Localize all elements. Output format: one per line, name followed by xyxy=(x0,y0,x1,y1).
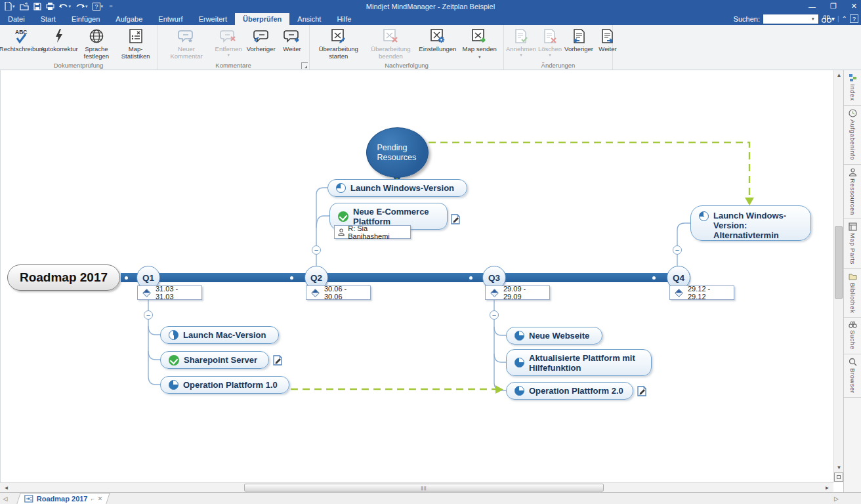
aenderung-weiter-button[interactable]: Weiter xyxy=(593,26,622,63)
map-canvas[interactable]: Roadmap 2017 Q1 Q2 Q3 Q4 31.03 - 31.03 3… xyxy=(0,70,833,482)
document-tab-roadmap-2017[interactable]: Roadmap 2017 ⌐ ✕ xyxy=(16,493,110,504)
arrowhead-right xyxy=(495,385,503,394)
topic-operation-plattform-1-0[interactable]: Operation Plattform 1.0 xyxy=(160,376,289,394)
topic-launch-mac-version[interactable]: Launch Mac-Version xyxy=(160,326,279,344)
chevron-down-icon[interactable]: ▾ xyxy=(831,15,835,22)
redo-icon[interactable]: ▾ xyxy=(74,1,89,12)
tab-start[interactable]: Start xyxy=(33,13,64,25)
vertical-scrollbar[interactable]: ▲ ▼ xyxy=(833,70,843,482)
kommentar-vorheriger-button[interactable]: Vorheriger xyxy=(244,26,278,63)
topic-aktualisierte-plattform[interactable]: Aktualisierte Plattform mit Hilfefunktio… xyxy=(506,349,652,376)
loeschen-button[interactable]: Löschen ▾ xyxy=(536,26,564,63)
button-label: Autokorrektur xyxy=(41,45,78,52)
minimize-button[interactable]: — xyxy=(808,3,816,10)
dialog-launcher-icon[interactable] xyxy=(301,62,308,69)
map-statistiken-button[interactable]: Map-Statistiken xyxy=(117,26,154,63)
autokorrektur-button[interactable]: Autokorrektur xyxy=(43,26,75,63)
root-topic[interactable]: Roadmap 2017 xyxy=(7,264,120,291)
ribbon-help-icon[interactable]: ? xyxy=(850,14,858,23)
vertical-scroll-thumb[interactable] xyxy=(835,226,843,299)
timeline-dot xyxy=(469,276,472,280)
date-label-q1[interactable]: 31.03 - 31.03 xyxy=(137,285,202,300)
close-button[interactable]: ✕ xyxy=(851,2,857,10)
new-document-icon[interactable]: ▾ xyxy=(3,1,16,12)
tab-scroll-left-icon[interactable]: ◁ xyxy=(0,495,10,502)
sidebar-tab-index[interactable]: Index xyxy=(844,70,861,106)
fit-map-button[interactable] xyxy=(834,472,843,482)
topic-launch-windows-alternativtermin[interactable]: Launch Windows-Version: Alternativtermin xyxy=(690,205,811,241)
sidebar-tab-suche[interactable]: Suche xyxy=(844,318,861,354)
horizontal-scroll-thumb[interactable]: ⦀⦀ xyxy=(244,484,604,492)
svg-text:?: ? xyxy=(94,3,98,10)
kommentar-weiter-button[interactable]: Weiter xyxy=(278,26,306,63)
kommentar-entfernen-button[interactable]: Entfernen ▾ xyxy=(213,26,244,63)
tab-ueberpruefen[interactable]: Überprüfen xyxy=(235,13,289,25)
dropdown-caret-icon: ▾ xyxy=(549,52,551,57)
open-icon[interactable] xyxy=(18,1,30,12)
sidebar-tab-browser[interactable]: Browser xyxy=(844,354,861,398)
help-icon[interactable]: ?▾ xyxy=(91,1,105,12)
save-icon[interactable] xyxy=(32,1,43,12)
map-senden-button[interactable]: Map senden ▾ xyxy=(458,26,501,63)
tab-erweitert[interactable]: Erweitert xyxy=(191,13,235,25)
restore-button[interactable]: ❐ xyxy=(830,2,837,10)
ueberarbeitung-starten-button[interactable]: Überarbeitung starten xyxy=(312,26,365,63)
collapse-handle-q2[interactable]: − xyxy=(312,245,321,255)
tab-close-icon[interactable]: ✕ xyxy=(98,495,103,502)
tab-ansicht[interactable]: Ansicht xyxy=(289,13,329,25)
date-label-q3[interactable]: 29.09 - 29.09 xyxy=(485,285,550,300)
topic-operation-plattform-2-0[interactable]: Operation Plattform 2.0 xyxy=(506,382,633,400)
search-combobox[interactable]: ▾ xyxy=(763,14,819,24)
scroll-down-icon[interactable]: ▼ xyxy=(834,463,844,472)
topic-neue-webseite[interactable]: Neue Webseite xyxy=(506,327,602,345)
binoculars-icon[interactable]: ▾ xyxy=(822,15,835,23)
tab-entwurf[interactable]: Entwurf xyxy=(150,13,190,25)
timeline-bar[interactable] xyxy=(121,273,681,282)
annehmen-button[interactable]: Annehmen ▾ xyxy=(507,26,536,63)
progress-75-icon xyxy=(169,380,178,390)
collapse-handle-q4[interactable]: − xyxy=(673,245,682,255)
print-icon[interactable] xyxy=(45,1,56,12)
collapse-handle-q3[interactable]: − xyxy=(490,310,499,320)
tab-options-icon[interactable]: ⌐ xyxy=(91,495,94,502)
tab-einfuegen[interactable]: Einfügen xyxy=(64,13,108,25)
neuer-kommentar-button[interactable]: Neuer Kommentar xyxy=(160,26,213,63)
button-label: Löschen xyxy=(538,45,562,52)
sprache-festlegen-button[interactable]: Sprache festlegen xyxy=(75,26,117,63)
chevron-down-icon[interactable]: ▾ xyxy=(812,16,814,22)
search-input[interactable] xyxy=(763,14,812,24)
resource-text: R: Sia Banihashemi xyxy=(348,224,407,240)
undo-icon[interactable]: ▾ xyxy=(58,1,73,12)
topic-launch-windows[interactable]: Launch Windows-Version xyxy=(327,179,467,197)
rechtschreibung-button[interactable]: ABC Rechtschreibung xyxy=(3,26,43,63)
aenderung-vorheriger-button[interactable]: Vorheriger xyxy=(564,26,593,63)
dropdown-caret-icon: ▾ xyxy=(12,4,15,9)
scroll-right-icon[interactable]: ► xyxy=(822,483,832,493)
tab-hilfe[interactable]: Hilfe xyxy=(329,13,359,25)
callout-pending-resources[interactable]: Pending Resources xyxy=(366,127,429,178)
collapse-handle-q1[interactable]: − xyxy=(144,310,153,320)
date-label-q2[interactable]: 30.06 - 30.06 xyxy=(306,285,371,300)
einstellungen-button[interactable]: Einstellungen xyxy=(417,26,458,63)
topic-sharepoint-server[interactable]: Sharepoint Server xyxy=(160,351,269,369)
library-icon xyxy=(849,272,857,281)
notes-icon[interactable] xyxy=(637,386,647,396)
collapse-ribbon-icon[interactable]: ⌃ xyxy=(842,15,847,22)
tab-aufgabe[interactable]: Aufgabe xyxy=(108,13,150,25)
ueberarbeitung-beenden-button[interactable]: Überarbeitung beenden xyxy=(365,26,417,63)
sidebar-tab-aufgabeninfo[interactable]: Aufgabeninfo xyxy=(844,106,861,165)
date-label-q4[interactable]: 29.12 - 29.12 xyxy=(669,285,734,300)
scroll-left-icon[interactable]: ◄ xyxy=(1,483,11,493)
scroll-up-icon[interactable]: ▲ xyxy=(834,70,844,80)
tab-datei[interactable]: Datei xyxy=(0,13,33,25)
sidebar-tab-bibliothek[interactable]: Bibliothek xyxy=(844,269,861,318)
notes-icon[interactable] xyxy=(450,214,461,224)
notes-icon[interactable] xyxy=(272,355,283,366)
resource-label[interactable]: R: Sia Banihashemi xyxy=(334,225,411,239)
horizontal-scrollbar[interactable]: ◄ ⦀⦀ ► xyxy=(0,482,833,492)
sidebar-tab-ressourcen[interactable]: Ressourcen xyxy=(844,165,861,220)
customize-qat-icon[interactable]: ﹦ xyxy=(106,1,116,12)
sidebar-tab-map-parts[interactable]: Map Parts xyxy=(844,219,861,269)
tab-scroll-right-icon[interactable]: ▷ xyxy=(834,495,839,502)
button-label: Einstellungen xyxy=(419,45,456,52)
